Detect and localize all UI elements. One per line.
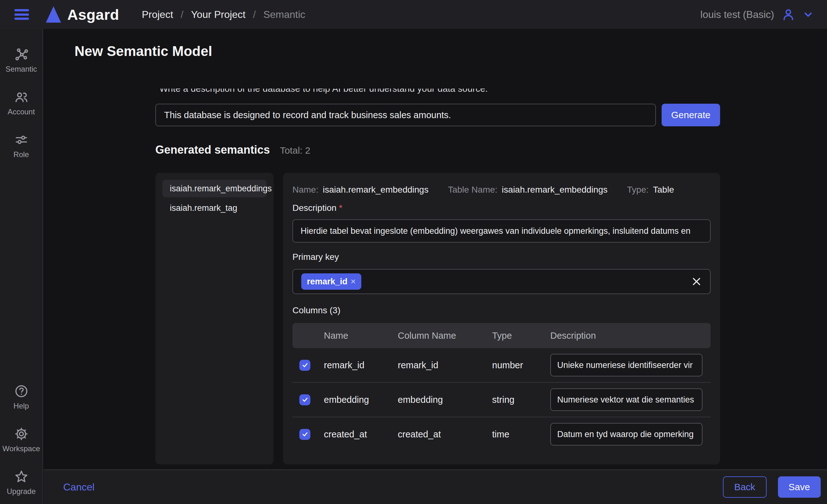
footer-bar: Cancel Back Save	[44, 469, 827, 504]
sidebar-item-upgrade[interactable]: Upgrade	[0, 469, 43, 496]
clear-selection-icon[interactable]	[691, 276, 702, 287]
cell-name: embedding	[324, 395, 398, 405]
chevron-down-icon[interactable]	[802, 9, 814, 20]
cell-name: created_at	[324, 429, 398, 440]
cell-description-input[interactable]: Unieke numeriese identifiseerder vir	[550, 354, 702, 377]
sidebar-label-help: Help	[13, 402, 29, 410]
table-name-value: isaiah.remark_embeddings	[502, 185, 607, 195]
cell-description-input[interactable]: Datum en tyd waarop die opmerking	[550, 423, 702, 446]
cell-type: number	[492, 360, 550, 371]
sidebar-label-semantic: Semantic	[5, 65, 37, 73]
asgard-logo-icon	[46, 6, 61, 22]
required-asterisk: *	[339, 203, 342, 213]
table-row: created_at created_at time Datum en tyd …	[292, 417, 711, 455]
columns-table: Name Column Name Type Description remark…	[292, 323, 711, 455]
breadcrumb: Project / Your Project / Semantic	[142, 9, 305, 20]
sidebar-item-account[interactable]: Account	[0, 90, 43, 116]
primary-key-select[interactable]: remark_id ×	[292, 269, 711, 294]
cancel-link[interactable]: Cancel	[63, 482, 95, 493]
menu-icon[interactable]	[14, 9, 29, 20]
workspace-gear-icon	[14, 427, 29, 441]
cell-column-name: created_at	[398, 429, 492, 440]
sidebar-label-role: Role	[13, 150, 29, 159]
cell-column-name: embedding	[398, 395, 492, 405]
sidebar-label-upgrade: Upgrade	[7, 487, 36, 496]
model-detail-panel: Name: isaiah.remark_embeddings Table Nam…	[283, 173, 720, 464]
cell-description-input[interactable]: Numeriese vektor wat die semanties	[550, 388, 702, 411]
cell-column-name: remark_id	[398, 360, 492, 371]
help-icon	[14, 384, 29, 398]
sidebar-item-role[interactable]: Role	[0, 132, 43, 159]
list-item-remark-embeddings[interactable]: isaiah.remark_embeddings	[162, 180, 266, 197]
columns-count-label: Columns (3)	[292, 305, 711, 316]
name-value: isaiah.remark_embeddings	[323, 185, 428, 195]
cell-name: remark_id	[324, 360, 398, 371]
scroll-clipped-region: Write a description of the database to h…	[159, 89, 827, 94]
breadcrumb-semantic: Semantic	[263, 9, 305, 20]
role-sliders-icon	[14, 132, 29, 147]
type-value: Table	[653, 185, 674, 195]
primary-key-tag[interactable]: remark_id ×	[301, 273, 361, 290]
header-name: Name	[324, 331, 398, 341]
header-column-name: Column Name	[398, 331, 492, 341]
remove-tag-icon[interactable]: ×	[351, 277, 356, 287]
user-name-label: louis test (Basic)	[700, 9, 774, 20]
generate-button[interactable]: Generate	[662, 104, 720, 126]
type-label: Type:	[627, 185, 648, 195]
breadcrumb-your-project[interactable]: Your Project	[191, 9, 245, 20]
name-label: Name:	[292, 185, 318, 195]
sidebar: Semantic Account Role	[0, 29, 43, 504]
sidebar-label-workspace: Workspace	[2, 444, 40, 453]
cell-type: time	[492, 429, 550, 440]
list-item-remark-tag[interactable]: isaiah.remark_tag	[162, 199, 266, 217]
model-list-panel: isaiah.remark_embeddings isaiah.remark_t…	[155, 173, 274, 464]
sidebar-item-workspace[interactable]: Workspace	[0, 427, 43, 453]
table-name-label: Table Name:	[448, 185, 497, 195]
description-label: Description	[292, 203, 336, 213]
row-checkbox-checked[interactable]	[299, 429, 310, 440]
primary-key-tag-label: remark_id	[307, 277, 347, 287]
description-input[interactable]: Hierdie tabel bevat ingeslote (embedding…	[292, 219, 711, 242]
sidebar-item-help[interactable]: Help	[0, 384, 43, 410]
generated-semantics-title: Generated semantics	[155, 143, 270, 157]
header-description: Description	[550, 331, 711, 341]
header-type: Type	[492, 331, 550, 341]
table-row: embedding embedding string Numeriese vek…	[292, 383, 711, 417]
user-avatar-icon[interactable]	[781, 7, 795, 22]
db-description-hint: Write a description of the database to h…	[159, 89, 488, 94]
total-count-label: Total: 2	[280, 145, 310, 156]
page-title: New Semantic Model	[75, 43, 827, 59]
upgrade-star-icon	[14, 469, 29, 484]
primary-key-label: Primary key	[292, 252, 711, 262]
db-description-input[interactable]: This database is designed to record and …	[155, 104, 656, 126]
main-content: New Semantic Model Write a description o…	[44, 29, 827, 469]
row-checkbox-checked[interactable]	[299, 360, 310, 371]
save-button[interactable]: Save	[778, 477, 821, 498]
columns-table-header: Name Column Name Type Description	[292, 323, 711, 348]
sidebar-label-account: Account	[7, 107, 35, 116]
breadcrumb-project[interactable]: Project	[142, 9, 173, 20]
semantic-graph-icon	[14, 47, 29, 62]
table-row: remark_id remark_id number Unieke numeri…	[292, 348, 711, 383]
breadcrumb-separator: /	[253, 9, 256, 20]
back-button[interactable]: Back	[723, 477, 767, 498]
cell-type: string	[492, 395, 550, 405]
brand-title: Asgard	[67, 6, 119, 23]
sidebar-item-semantic[interactable]: Semantic	[0, 47, 43, 73]
breadcrumb-separator: /	[181, 9, 184, 20]
row-checkbox-checked[interactable]	[299, 394, 310, 405]
account-people-icon	[14, 90, 29, 104]
top-navbar: Asgard Project / Your Project / Semantic…	[0, 0, 827, 29]
